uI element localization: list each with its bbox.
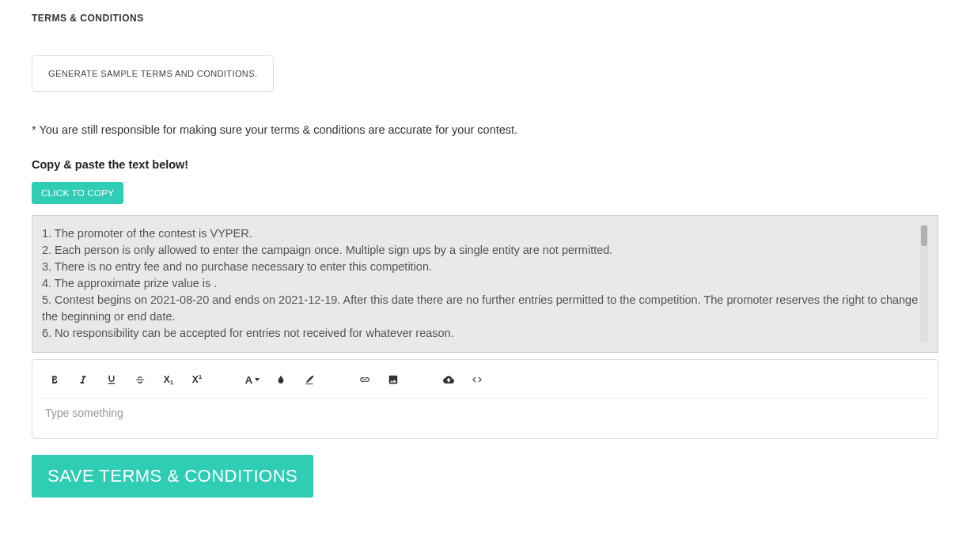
- image-icon[interactable]: [379, 369, 407, 390]
- code-view-icon[interactable]: [463, 369, 491, 390]
- link-icon[interactable]: [350, 369, 379, 390]
- text-color-icon[interactable]: [267, 369, 295, 390]
- editor-textarea[interactable]: Type something: [40, 399, 930, 427]
- bold-icon[interactable]: [40, 369, 69, 390]
- chevron-down-icon: [255, 378, 260, 381]
- rich-text-editor: X1 X1 A Type something: [32, 359, 938, 439]
- scrollbar-thumb[interactable]: [921, 225, 927, 246]
- terms-line: 1. The promoter of the contest is VYPER.: [42, 225, 920, 242]
- scrollbar[interactable]: [920, 225, 928, 342]
- upload-icon[interactable]: [434, 369, 463, 390]
- save-button[interactable]: SAVE TERMS & CONDITIONS: [32, 455, 313, 498]
- strikethrough-icon[interactable]: [126, 369, 154, 390]
- subscript-icon[interactable]: X1: [154, 369, 183, 390]
- editor-toolbar: X1 X1 A: [40, 366, 930, 399]
- font-family-dropdown[interactable]: A: [238, 369, 267, 390]
- superscript-icon[interactable]: X1: [183, 369, 211, 390]
- generate-sample-button[interactable]: GENERATE SAMPLE TERMS AND CONDITIONS.: [32, 55, 274, 92]
- terms-line: 2. Each person is only allowed to enter …: [42, 242, 920, 259]
- editor-placeholder-text: Type something: [45, 407, 123, 419]
- click-to-copy-button[interactable]: CLICK TO COPY: [32, 182, 123, 204]
- underline-icon[interactable]: [97, 369, 126, 390]
- section-heading: TERMS & CONDITIONS: [32, 13, 938, 24]
- terms-text-box: 1. The promoter of the contest is VYPER.…: [32, 215, 938, 353]
- copy-paste-heading: Copy & paste the text below!: [32, 158, 938, 171]
- terms-line: 5. Contest begins on 2021-08-20 and ends…: [42, 292, 920, 325]
- highlight-icon[interactable]: [295, 369, 324, 390]
- disclaimer-text: * You are still responsible for making s…: [32, 123, 938, 136]
- terms-line: 6. No responsibility can be accepted for…: [42, 325, 920, 342]
- terms-text-content[interactable]: 1. The promoter of the contest is VYPER.…: [42, 225, 920, 342]
- italic-icon[interactable]: [69, 369, 97, 390]
- terms-line: 3. There is no entry fee and no purchase…: [42, 259, 920, 275]
- terms-line: 4. The approximate prize value is .: [42, 275, 920, 292]
